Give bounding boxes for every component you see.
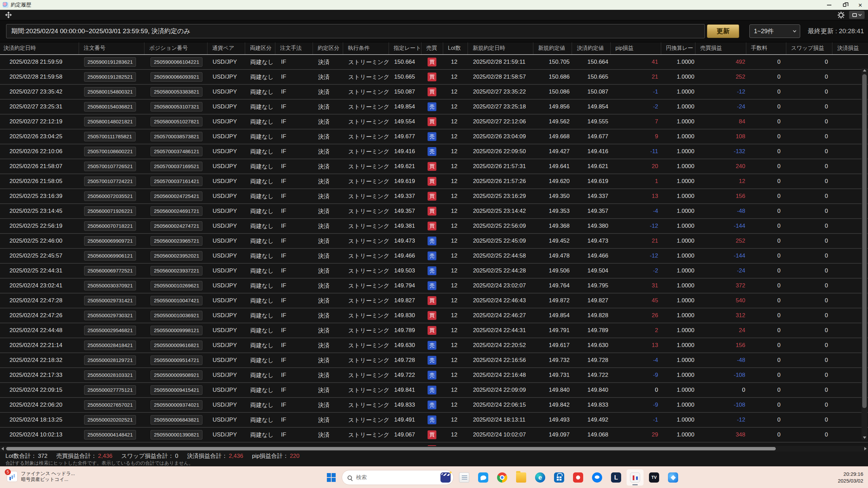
column-header[interactable]: 執行条件 <box>343 42 389 54</box>
column-header[interactable]: 指定レート <box>389 42 421 54</box>
table-row[interactable]: 2025/02/25 23:16:39250560007203552125056… <box>0 189 868 204</box>
start-button[interactable] <box>323 469 340 486</box>
table-row[interactable]: 2025/02/26 23:04:25250570011178582125057… <box>0 129 868 144</box>
table-row[interactable]: 2025/02/27 22:12:19250580014802182125058… <box>0 115 868 129</box>
vertical-scrollbar-thumb[interactable] <box>862 74 867 408</box>
scroll-right-arrow-icon[interactable] <box>864 447 867 450</box>
table-row[interactable]: 2025/02/26 22:10:06250570010860022125057… <box>0 144 868 159</box>
taskbar-search[interactable] <box>342 470 454 485</box>
taskbar-app-photos[interactable] <box>665 469 682 486</box>
column-header[interactable]: 通貨ペア <box>207 42 245 54</box>
column-header[interactable]: pip損益 <box>610 42 661 54</box>
taskbar-app-store[interactable] <box>551 469 568 486</box>
column-header[interactable]: Lot数 <box>443 42 468 54</box>
table-row[interactable]: 2025/02/25 22:56:19250560007071822125056… <box>0 219 868 234</box>
scroll-down-arrow-icon[interactable] <box>863 436 866 439</box>
column-header[interactable]: 決済約定日時 <box>0 42 79 54</box>
table-row[interactable]: 2025/02/24 10:02:13250550000414842125055… <box>0 428 868 443</box>
taskbar-app-trading[interactable] <box>627 469 644 486</box>
period-input[interactable]: 期間:2025/02/24 00:00:00~2025/03/01 23:59:… <box>6 24 705 38</box>
search-icon <box>348 475 352 480</box>
table-row[interactable]: 2025/02/26 21:58:07250570010772652125057… <box>0 159 868 174</box>
title-bar: 約定履歴 × <box>0 0 868 10</box>
pnl-value: -132 <box>734 148 745 155</box>
move-handle-icon[interactable] <box>5 11 12 19</box>
table-row[interactable]: 2025/02/24 22:21:14250550002841842125055… <box>0 338 868 353</box>
table-row[interactable]: 2025/02/24 22:44:48250550002954682125055… <box>0 323 868 338</box>
vertical-scrollbar[interactable] <box>862 68 867 440</box>
horizontal-scrollbar[interactable] <box>0 446 868 451</box>
taskbar-app-notepad[interactable] <box>456 469 473 486</box>
taskbar-clock[interactable]: 20:29:16 2025/03/02 <box>838 471 863 484</box>
column-header[interactable]: 決済約定値 <box>572 42 610 54</box>
side-badge: 買 <box>428 430 436 439</box>
table-row[interactable]: 2025/02/24 22:09:15250550002777512125055… <box>0 383 868 398</box>
column-header[interactable]: 円換算レート <box>661 42 695 54</box>
side-badge: 売 <box>428 371 436 380</box>
horizontal-scrollbar-thumb[interactable] <box>6 447 776 450</box>
table-row[interactable]: 2025/02/25 23:14:45250560007192622125056… <box>0 204 868 219</box>
settings-gear-icon[interactable] <box>839 13 844 18</box>
table-row[interactable]: 買 <box>0 443 868 446</box>
table-row[interactable]: 2025/02/24 22:17:33250550002810332125055… <box>0 368 868 383</box>
order-number-box: 2505500028418421 <box>84 341 136 350</box>
taskbar-apps <box>456 469 682 486</box>
column-header[interactable]: 決済損益 <box>832 42 860 54</box>
lfx-icon <box>611 472 621 483</box>
table-row[interactable]: 2025/02/24 18:13:25250550002020252125055… <box>0 413 868 428</box>
summary-value: 372 <box>38 452 47 460</box>
column-header[interactable]: 両建区分 <box>245 42 275 54</box>
pnl-value: 372 <box>736 282 745 289</box>
table-row[interactable]: 2025/02/27 23:35:42250580015480032125058… <box>0 85 868 100</box>
table-row[interactable]: 2025/02/25 22:45:57250560006990612125056… <box>0 249 868 264</box>
taskbar-app-twitter[interactable] <box>475 469 492 486</box>
refresh-button[interactable]: 更新 <box>707 24 739 38</box>
minimize-button[interactable] <box>821 0 837 10</box>
taskbar-app-tradingview[interactable] <box>646 469 663 486</box>
taskbar-app-chrome[interactable] <box>494 469 511 486</box>
position-number-box: 2505500009415421 <box>151 385 202 395</box>
column-header[interactable]: 新規約定値 <box>533 42 572 54</box>
pnl-value: 108 <box>736 133 745 140</box>
table-row[interactable]: 2025/02/28 21:59:58250590019128252125059… <box>0 70 868 85</box>
column-header[interactable]: ポジション番号 <box>144 42 207 54</box>
taskbar-app-chat[interactable] <box>589 469 606 486</box>
position-number-box: 2505500006843821 <box>151 415 202 425</box>
order-number-box: 2505500027775121 <box>84 385 136 395</box>
table-row[interactable]: 2025/02/28 21:59:59250590019128362125059… <box>0 55 868 70</box>
scroll-left-arrow-icon[interactable] <box>1 447 4 450</box>
table-row[interactable]: 2025/02/24 22:47:28250550002973142125055… <box>0 293 868 308</box>
table-row[interactable]: 2025/02/24 23:02:41250550003037092125055… <box>0 279 868 293</box>
clipchamp-icon[interactable] <box>440 472 451 483</box>
column-header[interactable]: 注文番号 <box>79 42 144 54</box>
table-row[interactable]: 2025/02/27 23:25:31250580015403682125058… <box>0 100 868 115</box>
table-row[interactable]: 2025/02/24 22:18:32250550002812972125055… <box>0 353 868 368</box>
order-number-box: 2505700108600221 <box>84 147 136 157</box>
table-row[interactable]: 2025/02/24 22:06:20250550002765702125055… <box>0 398 868 413</box>
window-layout-button[interactable] <box>849 11 865 19</box>
summary-label: Lot数合計： <box>5 452 37 460</box>
taskbar-app-redapp[interactable] <box>570 469 587 486</box>
close-button[interactable]: × <box>852 0 868 10</box>
taskbar-app-folder[interactable] <box>513 469 530 486</box>
range-select[interactable]: 1~29件 <box>749 24 800 38</box>
column-header[interactable]: 約定区分 <box>313 42 343 54</box>
table-row[interactable]: 2025/02/25 22:44:31250560006977252125056… <box>0 264 868 279</box>
pnl-value: 0 <box>742 387 745 393</box>
taskbar-app-lfx[interactable] <box>608 469 625 486</box>
column-header[interactable]: 売買 <box>421 42 443 54</box>
table-row[interactable]: 2025/02/24 22:47:26250550002973032125055… <box>0 308 868 323</box>
taskbar-app-edge[interactable] <box>532 469 549 486</box>
scroll-up-arrow-icon[interactable] <box>863 69 866 72</box>
column-header[interactable]: 売買損益 <box>695 42 746 54</box>
search-input[interactable] <box>355 474 437 481</box>
table-row[interactable]: 2025/02/26 21:58:05250570010772422125057… <box>0 174 868 189</box>
column-header[interactable]: 注文手法 <box>275 42 313 54</box>
restore-button[interactable] <box>837 0 852 10</box>
order-number-box: 2505500004148421 <box>84 430 136 440</box>
column-header[interactable]: 新規約定日時 <box>468 42 533 54</box>
widgets-button[interactable]: 5 ファイナンス ヘッドラ... 暗号資産ビットコイ... <box>4 469 78 484</box>
column-header[interactable]: スワップ損益 <box>786 42 832 54</box>
column-header[interactable]: 手数料 <box>746 42 786 54</box>
table-row[interactable]: 2025/02/25 22:46:00250560006990972125056… <box>0 234 868 249</box>
